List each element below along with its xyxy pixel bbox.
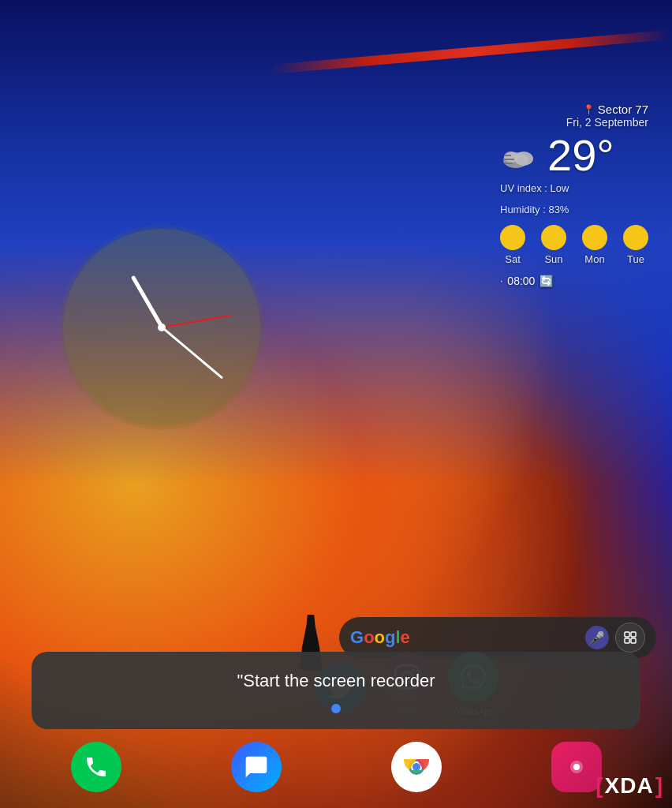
alarm-row: · 08:00 🔄 [500, 275, 648, 287]
lens-search-button[interactable] [615, 623, 645, 653]
forecast-label-sun: Sun [544, 253, 562, 265]
svg-rect-8 [625, 638, 629, 643]
forecast-sat: Sat [500, 225, 525, 265]
voice-command-text: "Start the screen recorder [47, 671, 625, 691]
second-hand [162, 314, 232, 328]
voice-popup: "Start the screen recorder [32, 652, 640, 729]
svg-point-2 [504, 152, 518, 163]
weather-uv: UV index : Low [500, 182, 648, 194]
weather-cloud-icon [500, 141, 541, 170]
xda-watermark: [ XDA ] [595, 773, 663, 799]
location-text: Sector 77 [598, 103, 648, 116]
svg-rect-9 [631, 638, 636, 643]
weather-humidity: Humidity : 83% [500, 204, 648, 215]
messages-dock-icon[interactable] [231, 742, 282, 792]
alarm-time: 08:00 [507, 275, 535, 287]
weather-widget[interactable]: 📍 Sector 77 Fri, 2 September 29° UV inde… [500, 103, 648, 287]
svg-point-14 [573, 764, 580, 770]
chrome-dock-icon[interactable] [391, 742, 442, 792]
forecast-label-mon: Mon [584, 253, 604, 265]
weather-main: 29° [500, 133, 648, 178]
forecast-label-tue: Tue [627, 253, 644, 265]
forecast-label-sat: Sat [505, 253, 521, 265]
forecast-sun: Sun [541, 225, 566, 265]
forecast-dot-sun [541, 225, 566, 250]
clock-widget[interactable] [63, 229, 260, 426]
dock [16, 742, 656, 792]
voice-search-button[interactable]: 🎤 [585, 626, 609, 649]
clock-center [158, 324, 166, 331]
voice-indicator-dot [331, 704, 341, 713]
svg-rect-7 [631, 632, 636, 637]
xda-bracket-right: ] [655, 775, 663, 797]
xda-logo-text: XDA [605, 773, 654, 799]
clock-face [63, 229, 260, 426]
forecast-row: Sat Sun Mon Tue [500, 225, 648, 265]
forecast-mon: Mon [582, 225, 607, 265]
weather-temperature: 29° [547, 133, 614, 178]
xda-bracket-left: [ [595, 775, 603, 797]
forecast-dot-mon [582, 225, 607, 250]
screen-recorder-dock-icon[interactable] [551, 742, 602, 792]
svg-point-12 [413, 763, 420, 771]
hour-hand [130, 275, 163, 328]
phone-dock-icon[interactable] [71, 742, 121, 792]
weather-date: Fri, 2 September [500, 116, 648, 129]
weather-location: 📍 Sector 77 [500, 103, 648, 116]
forecast-tue: Tue [623, 225, 648, 265]
forecast-dot-tue [623, 225, 648, 250]
svg-rect-6 [625, 632, 629, 637]
google-logo: Google [350, 627, 410, 648]
forecast-dot-sat [500, 225, 525, 250]
minute-hand [161, 327, 223, 380]
